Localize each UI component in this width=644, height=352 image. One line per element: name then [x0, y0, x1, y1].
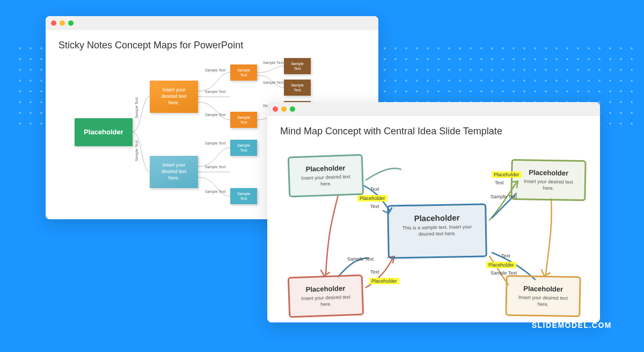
highlight-label: Placeholder	[486, 262, 516, 268]
mm-text: Text	[501, 253, 510, 258]
brand-watermark: SLIDEMODEL.COM	[532, 321, 612, 329]
mindmap-box-br: Placeholder Insert your desired text her…	[505, 275, 581, 318]
edge-label: Sample Text	[204, 141, 226, 146]
mindmap-box-tr: Placeholder Insert your desired text her…	[510, 159, 586, 202]
window-mind-map: Mind Map Concept with Central Idea Slide…	[267, 102, 600, 322]
slide-title: Mind Map Concept with Central Idea Slide…	[280, 126, 587, 137]
box-subtitle: Insert your desired text here.	[299, 294, 353, 308]
mm-text: Sample Text	[491, 194, 517, 199]
highlight-label: Placeholder	[492, 171, 522, 178]
note-teal-mid: Insert your desired text here.	[150, 156, 198, 188]
edge-label: Sample Text	[135, 97, 139, 119]
edge-label: Sample Text	[262, 61, 284, 65]
edge-label: Sample Text	[204, 190, 226, 194]
mindmap-center: Placeholder This is a sample text. Inser…	[387, 203, 487, 258]
highlight-label: Placeholder	[357, 195, 387, 202]
mm-text: Text	[370, 204, 379, 209]
mindmap-box-tl: Placeholder Insert your desired text her…	[288, 154, 364, 198]
window-maximize-button[interactable]	[68, 20, 74, 26]
note-small-teal: Sample Text	[230, 188, 257, 204]
box-subtitle: Insert your desired text here.	[522, 178, 575, 192]
mindmap-box-bl: Placeholder Insert your desired text her…	[288, 275, 364, 318]
edge-label: Sample Text	[204, 90, 226, 94]
slide-title: Sticky Notes Concept Maps for PowerPoint	[58, 40, 365, 51]
mm-text: Sample Text	[347, 256, 374, 262]
window-minimize-button[interactable]	[60, 20, 65, 26]
note-small-teal: Sample Text	[230, 140, 257, 156]
center-subtitle: This is a sample text. Insert your desir…	[399, 224, 475, 238]
mm-text: Text	[370, 269, 379, 275]
note-small-brown: Sample Text	[284, 80, 311, 96]
edge-label: Sample Text	[204, 113, 226, 117]
mm-text: Sample Text	[491, 270, 517, 276]
box-subtitle: Insert your desired text here.	[299, 174, 353, 188]
window-titlebar	[46, 16, 378, 30]
window-body: Mind Map Concept with Central Idea Slide…	[267, 116, 600, 322]
edge-label: Sample Text	[262, 81, 284, 85]
box-title: Placeholder	[299, 163, 352, 173]
mm-text: Text	[370, 186, 379, 192]
note-orange-mid: Insert your desired text here.	[150, 81, 198, 113]
note-small-orange: Sample Text	[230, 112, 257, 128]
mindmap-area: Placeholder This is a sample text. Inser…	[280, 142, 587, 322]
note-root: Placeholder	[75, 118, 133, 146]
note-small-brown: Sample Text	[284, 58, 311, 74]
window-close-button[interactable]	[51, 20, 56, 26]
window-minimize-button[interactable]	[281, 106, 287, 112]
highlight-label: Placeholder	[369, 278, 399, 284]
center-title: Placeholder	[398, 213, 475, 223]
window-titlebar	[267, 102, 600, 116]
box-subtitle: Insert your desired text here.	[517, 294, 569, 308]
box-title: Placeholder	[522, 168, 575, 177]
mm-text: Text	[495, 180, 504, 185]
note-small-orange: Sample Text	[230, 64, 257, 81]
edge-label: Sample Text	[204, 68, 226, 73]
box-title: Placeholder	[299, 284, 352, 293]
box-title: Placeholder	[517, 284, 569, 293]
window-maximize-button[interactable]	[290, 106, 295, 112]
edge-label: Sample Text	[204, 165, 226, 169]
edge-label: Sample Text	[135, 140, 139, 162]
window-close-button[interactable]	[273, 106, 278, 112]
